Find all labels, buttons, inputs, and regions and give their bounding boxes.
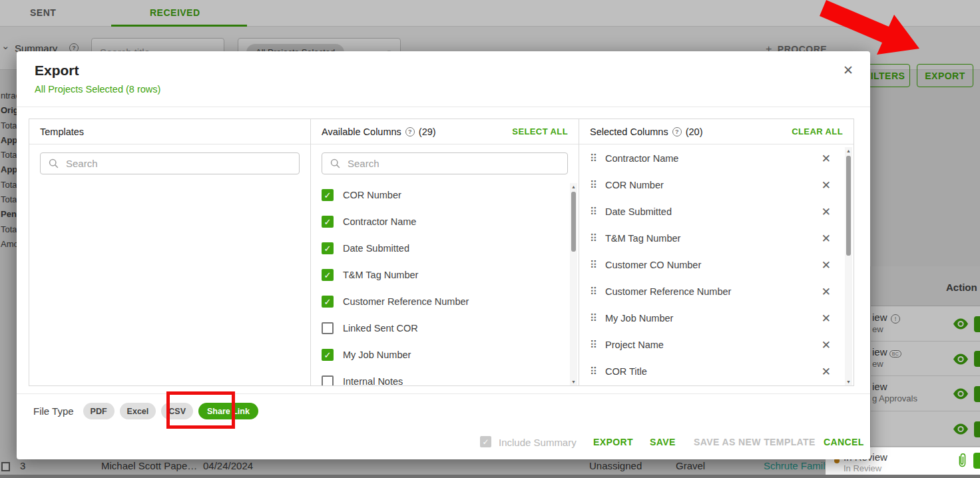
file-type-excel-chip[interactable]: Excel xyxy=(120,403,156,419)
remove-column-icon[interactable]: ✕ xyxy=(822,285,831,299)
selected-column-row[interactable]: ⠿Project Name✕ xyxy=(579,332,854,358)
search-icon xyxy=(48,158,59,169)
drag-handle-icon[interactable]: ⠿ xyxy=(590,339,597,351)
selected-columns-list: ⠿Contractor Name✕ ⠿COR Number✕ ⠿Date Sub… xyxy=(579,145,854,386)
drag-handle-icon[interactable]: ⠿ xyxy=(590,259,597,271)
remove-column-icon[interactable]: ✕ xyxy=(822,178,831,192)
selected-columns-title: Selected Columns xyxy=(590,119,668,144)
drag-handle-icon[interactable]: ⠿ xyxy=(590,365,597,377)
export-button[interactable]: EXPORT xyxy=(593,437,633,447)
checkbox-checked[interactable]: ✓ xyxy=(322,216,334,228)
remove-column-icon[interactable]: ✕ xyxy=(822,232,831,246)
scroll-up-icon[interactable]: ▲ xyxy=(845,147,852,154)
checkbox-checked[interactable]: ✓ xyxy=(322,269,334,281)
selected-column-row[interactable]: ⠿T&M Tag Number✕ xyxy=(579,225,854,252)
select-all-button[interactable]: SELECT ALL xyxy=(512,119,568,144)
available-search xyxy=(322,152,568,174)
selected-column-row[interactable]: ⠿Date Submitted✕ xyxy=(579,198,854,225)
remove-column-icon[interactable]: ✕ xyxy=(822,312,831,326)
save-as-new-template-button[interactable]: SAVE AS NEW TEMPLATE xyxy=(694,437,816,447)
available-column-row[interactable]: ✓COR Number xyxy=(311,182,579,208)
available-column-row[interactable]: Linked Sent COR xyxy=(311,315,579,342)
available-list-scrollbar[interactable]: ▲ ▼ xyxy=(570,183,577,385)
available-columns-panel: Available Columns ? (29) SELECT ALL ✓COR… xyxy=(311,119,579,386)
available-columns-list: ✓COR Number ✓Contractor Name ✓Date Submi… xyxy=(311,182,579,386)
search-icon xyxy=(330,158,341,169)
available-column-row[interactable]: ✓Contractor Name xyxy=(311,208,579,235)
scrollbar-thumb[interactable] xyxy=(846,156,851,256)
drag-handle-icon[interactable]: ⠿ xyxy=(590,206,597,218)
status-subtext: In Review xyxy=(844,463,881,473)
templates-panel: Templates xyxy=(29,119,311,386)
selected-list-scrollbar[interactable]: ▲ ▼ xyxy=(845,147,852,385)
templates-search xyxy=(40,152,300,174)
checkbox-checked[interactable]: ✓ xyxy=(322,189,334,201)
file-type-label: File Type xyxy=(33,405,74,417)
selected-columns-count: (20) xyxy=(686,119,703,144)
templates-title: Templates xyxy=(40,119,84,144)
available-column-row[interactable]: ✓Customer Reference Number xyxy=(311,288,579,315)
include-summary-checkbox[interactable]: ✓ xyxy=(480,436,491,447)
available-column-row[interactable]: ✓My Job Number xyxy=(311,342,579,368)
remove-column-icon[interactable]: ✕ xyxy=(822,258,831,272)
row-action-button[interactable] xyxy=(973,453,980,469)
scroll-up-icon[interactable]: ▲ xyxy=(570,183,577,190)
available-search-input[interactable] xyxy=(322,152,568,174)
close-icon[interactable]: ✕ xyxy=(838,60,858,80)
drag-handle-icon[interactable]: ⠿ xyxy=(590,286,597,298)
available-column-row[interactable]: Internal Notes xyxy=(311,368,579,386)
checkbox-checked[interactable]: ✓ xyxy=(322,296,334,308)
checkbox-checked[interactable]: ✓ xyxy=(322,242,334,254)
selected-columns-header: Selected Columns ? (20) CLEAR ALL xyxy=(579,119,854,144)
help-icon[interactable]: ? xyxy=(672,127,682,136)
selected-column-row[interactable]: ⠿COR Title✕ xyxy=(579,358,854,385)
remove-column-icon[interactable]: ✕ xyxy=(822,338,831,352)
selected-columns-panel: Selected Columns ? (20) CLEAR ALL ⠿Contr… xyxy=(579,119,854,386)
include-summary-label: Include Summary xyxy=(499,437,577,448)
selected-column-row[interactable]: ⠿My Job Number✕ xyxy=(579,305,854,332)
clear-all-button[interactable]: CLEAR ALL xyxy=(792,119,843,144)
available-columns-count: (29) xyxy=(419,119,436,144)
selected-column-row[interactable]: ⠿Customer Reference Number✕ xyxy=(579,278,854,305)
dialog-subtitle: All Projects Selected (8 rows) xyxy=(35,84,160,95)
available-columns-title: Available Columns xyxy=(322,119,401,144)
app-stage: SENT RECEIVED ⌄ Summary ? All Projects S… xyxy=(0,0,980,478)
remove-column-icon[interactable]: ✕ xyxy=(822,152,831,166)
divider xyxy=(17,107,870,107)
available-column-row[interactable]: ✓T&M Tag Number xyxy=(311,262,579,288)
drag-handle-icon[interactable]: ⠿ xyxy=(590,152,597,164)
save-button[interactable]: SAVE xyxy=(650,437,676,447)
selected-column-row[interactable]: ⠿Customer CO Number✕ xyxy=(579,252,854,278)
file-type-pdf-chip[interactable]: PDF xyxy=(83,403,115,419)
selected-column-row[interactable]: ⠿Contractor Name✕ xyxy=(579,145,854,172)
dialog-title: Export xyxy=(35,63,79,79)
checkbox-unchecked[interactable] xyxy=(322,375,334,386)
cancel-button[interactable]: CANCEL xyxy=(824,437,864,447)
attachment-paperclip-icon[interactable] xyxy=(956,451,968,470)
drag-handle-icon[interactable]: ⠿ xyxy=(590,312,597,324)
available-columns-header: Available Columns ? (29) SELECT ALL xyxy=(311,119,579,144)
drag-handle-icon[interactable]: ⠿ xyxy=(590,179,597,191)
selected-column-row[interactable]: ⠿COR Number✕ xyxy=(579,172,854,198)
export-dialog: Export All Projects Selected (8 rows) ✕ … xyxy=(17,51,870,459)
templates-search-input[interactable] xyxy=(40,152,300,174)
annotation-highlight-box xyxy=(166,391,235,429)
scrollbar-thumb[interactable] xyxy=(571,192,576,252)
divider xyxy=(17,393,870,394)
remove-column-icon[interactable]: ✕ xyxy=(822,205,831,219)
remove-column-icon[interactable]: ✕ xyxy=(822,365,831,379)
drag-handle-icon[interactable]: ⠿ xyxy=(590,232,597,244)
templates-panel-header: Templates xyxy=(29,119,310,144)
scroll-down-icon[interactable]: ▼ xyxy=(570,378,577,385)
scroll-down-icon[interactable]: ▼ xyxy=(845,378,852,385)
help-icon[interactable]: ? xyxy=(405,127,415,136)
checkbox-unchecked[interactable] xyxy=(322,322,334,334)
available-column-row[interactable]: ✓Date Submitted xyxy=(311,235,579,262)
checkbox-checked[interactable]: ✓ xyxy=(322,349,334,361)
